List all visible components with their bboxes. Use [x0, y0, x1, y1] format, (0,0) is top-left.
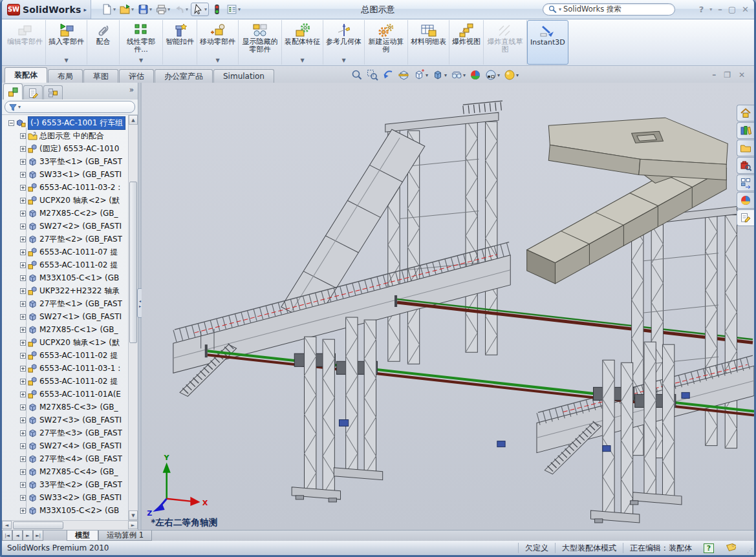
- bottom-tab-2[interactable]: 运动算例 1: [98, 531, 152, 541]
- dropdown-arrow-icon[interactable]: ▼: [341, 58, 345, 64]
- drive-unit-blue[interactable]: [497, 441, 505, 447]
- hide-show-items-button[interactable]: ▾: [451, 69, 466, 81]
- tree-item[interactable]: 6553-AC-1011-02 提: [2, 375, 128, 388]
- dropdown-arrow-icon[interactable]: ▾: [426, 72, 428, 78]
- tree-item[interactable]: 6553-AC-1011-02 提: [2, 349, 128, 362]
- new-document-button[interactable]: ▾: [100, 3, 117, 16]
- status-tag-icon[interactable]: [726, 543, 736, 554]
- tree-item[interactable]: 6553-AC-1011-03-1 :: [2, 362, 128, 375]
- expand-box[interactable]: [20, 405, 26, 410]
- zoom-to-fit-button[interactable]: [351, 69, 363, 81]
- dropdown-arrow-icon[interactable]: ▼: [215, 58, 219, 64]
- expand-box[interactable]: [20, 198, 26, 204]
- tree-item[interactable]: 6553-AC-1011-02 提: [2, 258, 128, 271]
- tree-item[interactable]: 27平垫<1> (GB_FAST: [2, 297, 128, 310]
- tree-vertical-scrollbar[interactable]: ▲ ▼: [128, 115, 138, 520]
- right-gantry-unit[interactable]: [527, 118, 754, 474]
- maximize-button[interactable]: ▢: [728, 5, 736, 14]
- tree-item[interactable]: M33X105-C<1> (GB: [2, 271, 128, 284]
- tree-item[interactable]: M27X85-C<4> (GB_: [2, 465, 128, 478]
- expand-box[interactable]: [20, 482, 26, 488]
- expand-box[interactable]: [20, 366, 26, 372]
- app-logo[interactable]: SW SolidWorks ▸: [2, 0, 91, 19]
- dropdown-arrow-icon[interactable]: ▾: [463, 72, 466, 78]
- expand-box[interactable]: [20, 262, 26, 268]
- model-3d-view[interactable]: Y X Z *左右二等角轴测: [142, 83, 754, 530]
- view-settings-button[interactable]: ▾: [504, 69, 519, 81]
- doc-restore-button[interactable]: ❐: [724, 70, 731, 79]
- drive-unit-blue[interactable]: [339, 420, 348, 426]
- taskpane-solidworks-resources-tab[interactable]: [737, 105, 754, 121]
- view-orientation-button[interactable]: ▾: [413, 69, 428, 81]
- expand-box[interactable]: [20, 288, 26, 294]
- minimize-button[interactable]: –: [718, 5, 722, 14]
- resize-grip[interactable]: ⋰: [745, 541, 754, 555]
- taskpane-design-library-tab[interactable]: [737, 122, 754, 139]
- menu-expand-arrow-icon[interactable]: ▸: [83, 6, 87, 13]
- edit-appearance-button[interactable]: [470, 69, 481, 81]
- tree-item[interactable]: SW27<1> (GB_FASTI: [2, 310, 128, 323]
- command-tab-3[interactable]: 草图: [83, 69, 118, 83]
- dropdown-arrow-icon[interactable]: ▾: [131, 6, 134, 12]
- last-tab-button[interactable]: ►|: [33, 531, 43, 541]
- hopper-top-slab[interactable]: [548, 118, 728, 183]
- ribbon-button-mate[interactable]: 配合: [87, 20, 120, 65]
- scroll-left-button[interactable]: ◄: [2, 521, 12, 529]
- expand-box[interactable]: [20, 185, 26, 191]
- tree-item[interactable]: SW33<2> (GB_FASTI: [2, 491, 128, 504]
- collapse-box[interactable]: [8, 120, 14, 126]
- tree-item[interactable]: M33X105-C<2> (GB: [2, 504, 128, 517]
- expand-box[interactable]: [20, 236, 26, 242]
- close-button[interactable]: ✕: [742, 5, 749, 14]
- status-help-button[interactable]: ?: [704, 543, 714, 553]
- taskpane-search-tab[interactable]: [737, 157, 754, 174]
- save-button[interactable]: ▾: [136, 3, 153, 16]
- expand-box[interactable]: [20, 159, 26, 165]
- doc-close-button[interactable]: ✕: [739, 70, 745, 79]
- expand-box[interactable]: [20, 301, 26, 307]
- dropdown-arrow-icon[interactable]: ▾: [516, 72, 519, 78]
- tree-item[interactable]: UKP322+H2322 轴承: [2, 284, 128, 297]
- dropdown-arrow-icon[interactable]: ▾: [149, 6, 152, 12]
- tree-item[interactable]: 27平垫<4> (GB_FAST: [2, 452, 128, 465]
- expand-box[interactable]: [20, 443, 26, 449]
- ribbon-button-smart-fasteners[interactable]: 智能扣件: [163, 20, 197, 65]
- tree-item[interactable]: (固定) 6553-AC-1010: [2, 142, 128, 155]
- rear-rail-beam[interactable]: [394, 295, 753, 342]
- zoom-to-area-button[interactable]: [367, 69, 378, 81]
- expand-box[interactable]: [20, 249, 26, 255]
- tree-item[interactable]: 27平垫<3> (GB_FAST: [2, 426, 128, 439]
- command-tab-2[interactable]: 布局: [48, 69, 83, 83]
- tab-configuration-manager[interactable]: [43, 85, 63, 100]
- left-unit-lower-masts[interactable]: [292, 317, 383, 502]
- ribbon-button-exploded-view[interactable]: 爆炸视图: [449, 20, 484, 65]
- tree-item[interactable]: SW33<1> (GB_FASTI: [2, 168, 128, 181]
- expand-box[interactable]: [20, 430, 26, 436]
- apply-scene-button[interactable]: ▾: [485, 69, 500, 81]
- tree-item[interactable]: 33平垫<2> (GB_FAST: [2, 478, 128, 491]
- tree-horizontal-scrollbar[interactable]: ◄ ►: [2, 520, 138, 530]
- search-scope-dropdown-icon[interactable]: ▾: [559, 6, 561, 12]
- ribbon-button-edit-component[interactable]: 编辑零部件: [5, 20, 46, 65]
- taskpane-custom-properties-tab[interactable]: [737, 209, 754, 226]
- expand-box[interactable]: [20, 275, 26, 281]
- dropdown-arrow-icon[interactable]: ▼: [300, 58, 304, 64]
- expand-box[interactable]: [20, 469, 26, 475]
- next-tab-button[interactable]: ►: [23, 531, 33, 541]
- drive-unit-blue[interactable]: [603, 446, 610, 452]
- ribbon-button-move-component[interactable]: 移动零部件▼: [197, 20, 239, 65]
- expand-box[interactable]: [20, 133, 26, 139]
- graphics-viewport[interactable]: Y X Z *左右二等角轴测: [142, 83, 754, 530]
- tree-filter-input[interactable]: ▾: [5, 101, 135, 113]
- first-tab-button[interactable]: |◄: [2, 531, 12, 541]
- expand-box[interactable]: [20, 224, 26, 229]
- dropdown-arrow-icon[interactable]: ▾: [113, 6, 116, 12]
- expand-box[interactable]: [20, 172, 26, 178]
- expand-box[interactable]: [20, 211, 26, 216]
- dropdown-arrow-icon[interactable]: ▼: [139, 58, 143, 64]
- scroll-thumb[interactable]: [129, 182, 137, 343]
- scroll-down-button[interactable]: ▼: [129, 510, 138, 520]
- command-tab-6[interactable]: Simulation: [213, 69, 274, 83]
- help-button[interactable]: ?: [699, 5, 704, 14]
- ribbon-button-motion-study[interactable]: 新建运动算例: [365, 20, 408, 65]
